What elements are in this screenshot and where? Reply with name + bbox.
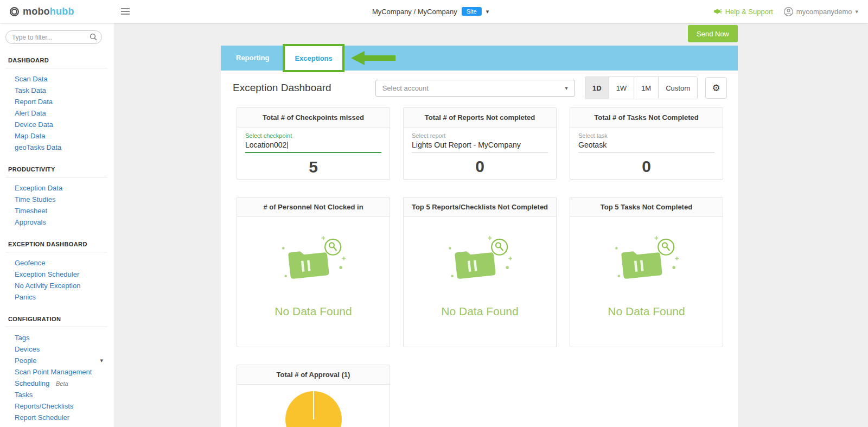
no-data-illustration [271,231,356,292]
sidebar-item-reports-checklists[interactable]: Reports/Checklists [5,400,107,412]
section-title: EXCEPTION DASHBOARD [5,241,107,252]
gear-icon: ⚙ [712,82,720,94]
account-select-placeholder: Select account [382,84,429,92]
checkpoints-missed-count: 5 [245,158,381,176]
username-label: mycompanydemo [796,8,852,16]
reports-not-completed-count: 0 [412,157,548,176]
card-total-approval: Total # of Approval (1) [237,365,390,427]
hamburger-menu-icon[interactable] [121,8,130,15]
sidebar-item-devices[interactable]: Devices [5,343,107,355]
sidebar-item-tasks[interactable]: Tasks [5,389,107,400]
report-input[interactable]: Lights Out Report - MyCompany [412,139,548,152]
sidebar-item-geofence[interactable]: Geofence [5,257,107,269]
sidebar-item-scheduling[interactable]: Scheduling Beta [5,378,107,389]
chevron-down-icon: ▾ [565,85,568,91]
page-title: Exception Dashboard [233,82,331,94]
sidebar-item-panics[interactable]: Panics [5,291,107,303]
range-1d-button[interactable]: 1D [585,77,609,99]
card-title: Total # of Reports Not completed [404,108,556,128]
card-title: Total # of Tasks Not Completed [570,108,723,128]
site-badge: Site [462,7,482,16]
help-support-label: Help & Support [725,8,773,16]
card-tasks-not-completed: Total # of Tasks Not Completed Select ta… [570,107,723,180]
sidebar-item-approvals[interactable]: Approvals [5,216,107,228]
sidebar-item-report-data[interactable]: Report Data [5,96,107,107]
sidebar-item-exception-scheduler[interactable]: Exception Scheduler [5,269,107,280]
card-title: Total # of Checkpoints missed [237,108,390,128]
no-data-text: No Data Found [608,305,685,318]
range-1m-button[interactable]: 1M [634,77,659,99]
sidebar-item-map-data[interactable]: Map Data [5,130,107,142]
topbar-right: Help & Support mycompanydemo ▾ [713,7,858,16]
tasks-not-completed-count: 0 [578,157,714,176]
section-title: CONFIGURATION [5,316,107,327]
sidebar-item-timesheet[interactable]: Timesheet [5,205,107,216]
app-logo[interactable]: mobohubb [10,6,74,17]
date-range-group: 1D 1W 1M Custom [585,77,698,99]
chevron-down-icon: ▾ [855,9,858,15]
sidebar-item-alert-data[interactable]: Alert Data [5,107,107,119]
card-title: Top 5 Reports/Checklists Not Completed [404,197,556,217]
user-menu[interactable]: mycompanydemo ▾ [784,7,858,16]
no-data-text: No Data Found [441,305,518,318]
sidebar-item-no-activity-exception[interactable]: No Activity Exception [5,280,107,291]
chevron-down-icon: ▾ [100,357,103,364]
tab-reporting[interactable]: Reporting [228,46,277,71]
tab-exceptions[interactable]: Exceptions [285,46,342,70]
annotation-arrow-icon [351,51,395,65]
account-select[interactable]: Select account ▾ [375,80,575,97]
card-title: Total # of Approval (1) [237,365,390,385]
annotation-highlight-box: Exceptions [283,44,344,72]
task-input[interactable]: Geotask [578,139,714,152]
text-cursor [287,142,288,149]
sidebar-item-task-data[interactable]: Task Data [5,85,107,96]
sidebar-item-scan-data[interactable]: Scan Data [5,73,107,85]
card-checkpoints-missed: Total # of Checkpoints missed Select che… [237,107,390,180]
card-personnel-not-clocked-in: # of Personnel Not Clocked in [237,197,390,347]
tab-bar: Reporting Exceptions [221,46,738,71]
card-title: Top 5 Tasks Not Completed [570,197,723,217]
main-area: Send Now Reporting Exceptions Exception … [114,23,868,427]
exception-dashboard-panel: Exception Dashboard Select account ▾ 1D … [221,71,738,427]
sidebar-item-scan-point-management[interactable]: Scan Point Management [5,366,107,378]
site-switcher[interactable]: MyCompany / MyCompany Site ▾ [372,0,489,23]
field-label: Select checkpoint [245,132,381,139]
card-title: # of Personnel Not Clocked in [237,197,390,217]
no-data-text: No Data Found [275,305,352,318]
card-top5-reports-not-completed: Top 5 Reports/Checklists Not Completed [403,197,557,347]
logo-text: mobohubb [23,6,74,17]
sidebar-section-dashboard: DASHBOARD Scan Data Task Data Report Dat… [5,57,107,153]
settings-button[interactable]: ⚙ [705,77,727,99]
sidebar-section-configuration: CONFIGURATION Tags Devices People ▾ Scan… [5,316,107,423]
send-now-button[interactable]: Send Now [688,25,738,42]
sidebar-filter-input[interactable] [5,30,102,44]
section-title: DASHBOARD [5,57,107,68]
chevron-down-icon: ▾ [486,9,489,15]
megaphone-icon [713,8,722,15]
sidebar-item-exception-data[interactable]: Exception Data [5,182,107,194]
logo-ring-icon [10,7,19,16]
search-icon [90,33,97,41]
top-bar: mobohubb MyCompany / MyCompany Site ▾ He… [0,0,868,23]
sidebar: DASHBOARD Scan Data Task Data Report Dat… [0,23,114,427]
breadcrumb: MyCompany / MyCompany [372,8,457,16]
beta-badge: Beta [56,380,68,387]
approval-pie-chart [285,391,342,427]
sidebar-item-geotasks-data[interactable]: geoTasks Data [5,142,107,153]
help-support-link[interactable]: Help & Support [713,8,773,16]
user-icon [784,7,793,16]
range-1w-button[interactable]: 1W [609,77,635,99]
sidebar-item-report-scheduler[interactable]: Report Scheduler [5,412,107,423]
field-label: Select task [578,132,714,139]
sidebar-item-device-data[interactable]: Device Data [5,119,107,130]
sidebar-section-exception-dashboard: EXCEPTION DASHBOARD Geofence Exception S… [5,241,107,303]
no-data-illustration [438,231,522,292]
card-reports-not-completed: Total # of Reports Not completed Select … [403,107,557,180]
range-custom-button[interactable]: Custom [659,77,697,99]
sidebar-section-productivity: PRODUCTIVITY Exception Data Time Studies… [5,166,107,228]
sidebar-item-tags[interactable]: Tags [5,332,107,343]
sidebar-item-people[interactable]: People ▾ [5,355,107,366]
checkpoint-input[interactable]: Location002 [245,139,381,153]
section-title: PRODUCTIVITY [5,166,107,177]
sidebar-item-time-studies[interactable]: Time Studies [5,194,107,205]
